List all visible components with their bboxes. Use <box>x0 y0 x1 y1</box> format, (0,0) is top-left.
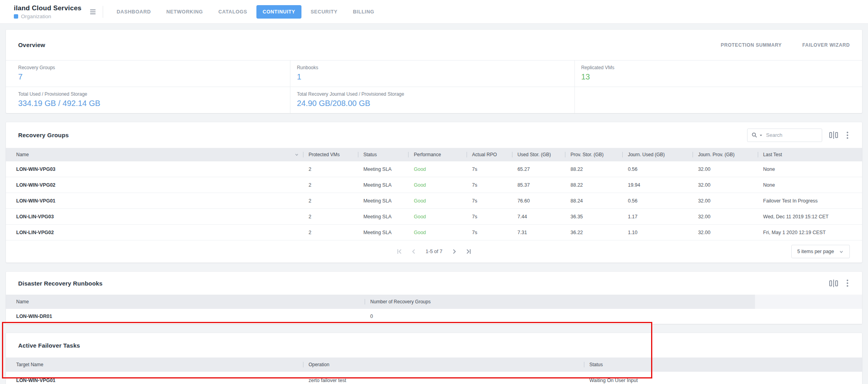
tab-security[interactable]: SECURITY <box>304 5 344 19</box>
column-header-status[interactable]: Status <box>358 148 409 161</box>
overview-stats-row-1: Recovery Groups 7 Runbooks 1 Replicated … <box>6 61 862 87</box>
tab-catalogs[interactable]: CATALOGS <box>212 5 254 19</box>
previous-page-button[interactable] <box>410 248 418 255</box>
pagination-range: 1-5 of 7 <box>426 249 442 254</box>
kebab-icon[interactable] <box>845 132 850 139</box>
topbar-divider <box>103 6 103 18</box>
column-header-used-stor[interactable]: Used Stor. (GB) <box>512 148 565 161</box>
overview-card: Overview PROTECTION SUMMARY FAILOVER WIZ… <box>6 30 862 113</box>
runbooks-card: Disaster Recovery Runbooks Name Number o… <box>6 272 862 324</box>
runbooks-table-header: Name Number of Recovery Groups <box>6 295 862 309</box>
stat-replicated-vms: Replicated VMs 13 <box>574 61 862 87</box>
stat-recovery-groups-value: 7 <box>18 72 290 81</box>
active-failover-title: Active Failover Tasks <box>18 342 80 349</box>
next-page-button[interactable] <box>450 248 458 255</box>
chevron-down-icon <box>839 249 844 254</box>
sort-caret-icon[interactable] <box>294 152 299 157</box>
tab-dashboard[interactable]: DASHBOARD <box>110 5 157 19</box>
table-row[interactable]: LON-WIN-VPG01 zerto failover test Waitin… <box>6 372 862 384</box>
stat-replicated-vms-value: 13 <box>581 72 862 81</box>
search-caret-icon[interactable] <box>759 133 763 137</box>
app-logo[interactable]: iland Cloud Services Organization <box>14 4 81 19</box>
recovery-groups-title: Recovery Groups <box>18 132 69 138</box>
stat-runbooks-value: 1 <box>297 72 574 81</box>
runbooks-title: Disaster Recovery Runbooks <box>18 280 103 287</box>
last-page-button[interactable] <box>465 248 473 255</box>
column-header-performance[interactable]: Performance <box>408 148 466 161</box>
organization-badge-icon <box>14 14 18 19</box>
kebab-icon[interactable] <box>845 280 850 287</box>
items-per-page-select[interactable]: 5 items per page <box>791 245 850 258</box>
column-header-name[interactable]: Name <box>6 295 365 309</box>
columns-icon[interactable] <box>829 280 838 287</box>
overview-stats-row-2: Total Used / Provisioned Storage 334.19 … <box>6 87 862 113</box>
tab-billing[interactable]: BILLING <box>346 5 380 19</box>
table-row[interactable]: LON-LIN-VPG03 2 Meeting SLA Good 7s 7.44… <box>6 209 862 225</box>
search-box[interactable] <box>747 129 822 142</box>
stat-journal-storage-value: 24.90 GB/208.00 GB <box>297 99 574 108</box>
main-nav: DASHBOARD NETWORKING CATALOGS CONTINUITY… <box>110 5 383 19</box>
columns-icon[interactable] <box>829 131 838 139</box>
stat-used-storage-value: 334.19 GB / 492.14 GB <box>18 99 290 108</box>
search-input[interactable] <box>766 132 818 138</box>
menu-icon[interactable] <box>90 9 96 14</box>
organization-label: Organization <box>21 13 51 19</box>
tab-networking[interactable]: NETWORKING <box>160 5 209 19</box>
first-page-button[interactable] <box>395 248 403 255</box>
column-header-actual-rpo[interactable]: Actual RPO <box>467 148 512 161</box>
column-header-journ-prov[interactable]: Journ. Prov. (GB) <box>693 148 758 161</box>
search-icon <box>751 132 757 138</box>
table-row[interactable]: LON-WIN-DR01 0 <box>6 309 862 324</box>
failover-wizard-button[interactable]: FAILOVER WIZARD <box>802 42 850 48</box>
recovery-groups-card: Recovery Groups Name Protecte <box>6 122 862 263</box>
column-header-num-recovery-groups[interactable]: Number of Recovery Groups <box>365 295 755 309</box>
table-row[interactable]: LON-WIN-VPG02 2 Meeting SLA Good 7s 85.3… <box>6 177 862 193</box>
table-row[interactable]: LON-WIN-VPG03 2 Meeting SLA Good 7s 65.2… <box>6 161 862 177</box>
recovery-groups-table-header: Name Protected VMs Status Performance Ac… <box>6 148 862 161</box>
tab-continuity[interactable]: CONTINUITY <box>256 5 301 19</box>
stat-used-storage: Total Used / Provisioned Storage 334.19 … <box>6 87 290 113</box>
stat-runbooks: Runbooks 1 <box>290 61 574 87</box>
column-header-status[interactable]: Status <box>584 358 862 372</box>
table-row[interactable]: LON-LIN-VPG02 2 Meeting SLA Good 7s 7.31… <box>6 225 862 240</box>
column-header-protected-vms[interactable]: Protected VMs <box>303 148 358 161</box>
stat-journal-storage: Total Recovery Journal Used / Provisione… <box>290 87 574 113</box>
header-filler <box>755 295 862 309</box>
column-header-prov-stor[interactable]: Prov. Stor. (GB) <box>565 148 622 161</box>
column-header-journ-used[interactable]: Journ. Used (GB) <box>622 148 693 161</box>
protection-summary-button[interactable]: PROTECTION SUMMARY <box>721 42 781 48</box>
column-header-operation[interactable]: Operation <box>303 358 584 372</box>
overview-title: Overview <box>18 42 45 48</box>
active-failover-card: Active Failover Tasks Target Name Operat… <box>6 333 862 384</box>
pagination-bar: 1-5 of 7 5 items per page <box>6 240 862 263</box>
table-row[interactable]: LON-WIN-VPG01 2 Meeting SLA Good 7s 76.6… <box>6 193 862 209</box>
active-failover-table-header: Target Name Operation Status <box>6 358 862 372</box>
stat-recovery-groups: Recovery Groups 7 <box>6 61 290 87</box>
column-header-name[interactable]: Name <box>6 148 303 161</box>
main-content: Overview PROTECTION SUMMARY FAILOVER WIZ… <box>0 24 868 384</box>
stat-empty-cell <box>574 87 862 113</box>
column-header-target-name[interactable]: Target Name <box>6 358 303 372</box>
app-title: iland Cloud Services <box>14 4 81 12</box>
top-bar: iland Cloud Services Organization DASHBO… <box>0 0 868 24</box>
column-header-last-test[interactable]: Last Test <box>758 148 862 161</box>
